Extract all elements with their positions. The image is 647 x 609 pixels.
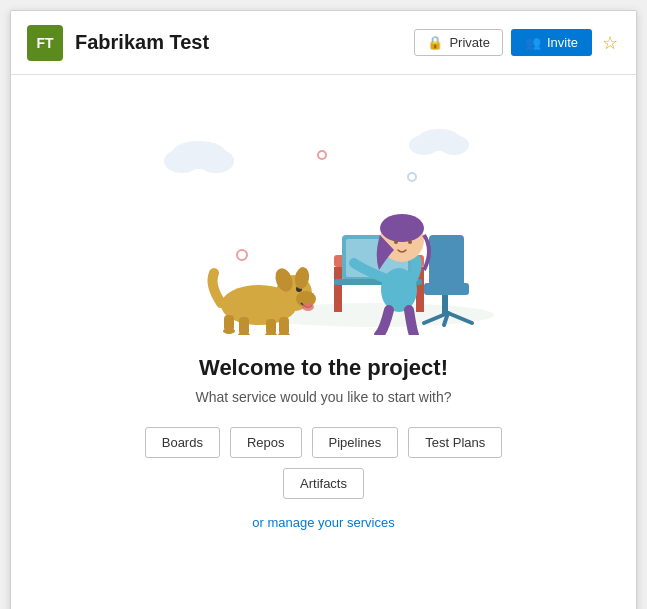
private-button[interactable]: 🔒 Private: [414, 29, 502, 56]
pipelines-button[interactable]: Pipelines: [312, 427, 399, 458]
boards-button[interactable]: Boards: [145, 427, 220, 458]
illustration-container: [94, 95, 554, 335]
manage-services-link[interactable]: or manage your services: [252, 515, 394, 530]
svg-point-34: [302, 303, 314, 311]
svg-point-3: [198, 149, 234, 173]
svg-rect-12: [334, 267, 342, 312]
artifacts-button[interactable]: Artifacts: [283, 468, 364, 499]
invite-icon: 👥: [525, 35, 541, 50]
main-window: FT Fabrikam Test 🔒 Private 👥 Invite ☆: [10, 10, 637, 609]
main-content: Welcome to the project! What service wou…: [11, 75, 636, 560]
favorite-star-icon[interactable]: ☆: [600, 30, 620, 56]
invite-button[interactable]: 👥 Invite: [511, 29, 592, 56]
service-buttons-row: Boards Repos Pipelines Test Plans: [145, 427, 503, 458]
svg-rect-0: [94, 95, 554, 335]
invite-label: Invite: [547, 35, 578, 50]
artifacts-row: Artifacts: [283, 468, 364, 499]
welcome-subtitle: What service would you like to start wit…: [196, 389, 452, 405]
svg-point-27: [408, 240, 412, 244]
svg-point-26: [394, 240, 398, 244]
welcome-title: Welcome to the project!: [199, 355, 448, 381]
svg-point-5: [409, 135, 439, 155]
project-name: Fabrikam Test: [75, 31, 414, 54]
test-plans-button[interactable]: Test Plans: [408, 427, 502, 458]
svg-rect-15: [424, 283, 469, 295]
svg-point-25: [380, 214, 424, 242]
svg-rect-14: [429, 235, 464, 290]
repos-button[interactable]: Repos: [230, 427, 302, 458]
header: FT Fabrikam Test 🔒 Private 👥 Invite ☆: [11, 11, 636, 75]
lock-icon: 🔒: [427, 35, 443, 50]
svg-point-6: [439, 135, 469, 155]
private-label: Private: [449, 35, 489, 50]
welcome-illustration: [94, 95, 554, 335]
header-actions: 🔒 Private 👥 Invite ☆: [414, 29, 620, 56]
svg-point-42: [223, 328, 235, 334]
svg-point-2: [164, 149, 200, 173]
project-avatar: FT: [27, 25, 63, 61]
